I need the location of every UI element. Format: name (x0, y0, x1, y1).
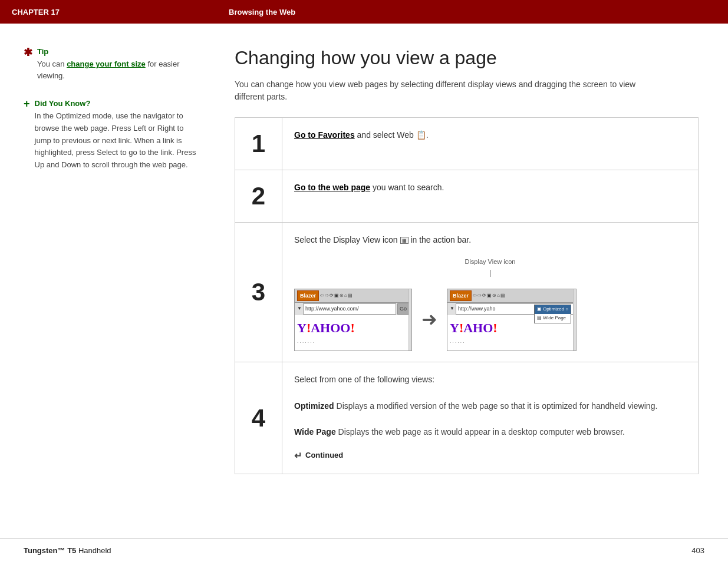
tip-text-before: You can (37, 59, 67, 68)
step-content-4: Select from one of the following views: … (282, 362, 698, 474)
step4-widepage: Wide Page Displays the web page as it wo… (294, 425, 686, 438)
optimized-label: Optimized (294, 401, 334, 411)
step-row-1: 1 Go to Favorites and select Web 📋. (235, 118, 698, 170)
step-content-1: Go to Favorites and select Web 📋. (282, 118, 698, 170)
tip-link[interactable]: change your font size (67, 59, 146, 68)
sidebar: ✱ Tip You can change your font size for … (0, 24, 217, 536)
dyk-label: Did You Know? (35, 99, 199, 108)
yahoo-tagline-right: · · · · · · (450, 339, 464, 347)
browser-screenshots-area: Display View icon Blazer ⇦⇨⟳▣⊙⌂▤ (294, 257, 686, 351)
tip-block: ✱ Tip You can change your font size for … (24, 47, 199, 81)
step-content-3: Select the Display View icon ▦ in the ac… (282, 223, 698, 362)
browser-toolbar-right: Blazer ⇦⇨⟳▣⊙⌂▤ (447, 289, 576, 303)
url-arrow-left: ▼ (297, 305, 302, 313)
step3-text: Select the Display View icon ▦ in the ac… (294, 233, 686, 246)
tip-label: Tip (37, 47, 199, 56)
widepage-label: Wide Page (294, 427, 336, 437)
dyk-content: Did You Know? In the Optimized mode, use… (35, 99, 199, 171)
step4-intro: Select from one of the following views: (294, 373, 686, 386)
widepage-desc: Displays the web page as it would appear… (338, 427, 625, 437)
browser-mockup-left: Blazer ⇦⇨⟳▣⊙⌂▤ ▼ http://www.yahoo.com/ G… (294, 289, 412, 351)
browser-toolbar-left: Blazer ⇦⇨⟳▣⊙⌂▤ (295, 289, 411, 303)
tip-content: Tip You can change your font size for ea… (37, 47, 199, 81)
footer-product-name: Tungsten™ T5 (24, 546, 76, 555)
toolbar-icons-left: ⇦⇨⟳▣⊙⌂▤ (320, 292, 353, 300)
yahoo-tagline-left: · · · · · · · (297, 339, 314, 347)
footer-page-number: 403 (691, 546, 704, 555)
did-you-know-block: + Did You Know? In the Optimized mode, u… (24, 99, 199, 171)
blazer-button-right: Blazer (450, 290, 472, 301)
page-body: ✱ Tip You can change your font size for … (0, 24, 728, 536)
footer-product-rest: Handheld (76, 546, 111, 555)
popup-optimized: ▣ Optimized ○ (535, 305, 571, 314)
step-number-1: 1 (235, 118, 282, 170)
browser-mockup-right: Blazer ⇦⇨⟳▣⊙⌂▤ ▼ http://www.yaho ▣ Optim… (447, 289, 577, 351)
intro-text: You can change how you view web pages by… (235, 78, 647, 103)
step-row-3: 3 Select the Display View icon ▦ in the … (235, 223, 698, 362)
display-view-label: Display View icon (294, 257, 686, 267)
arrow-symbol: ➜ (421, 305, 437, 335)
step2-link[interactable]: Go to the web page (294, 183, 370, 192)
url-bar-left: ▼ http://www.yahoo.com/ Go (295, 303, 411, 315)
yahoo-logo-right: Y!AHO! (450, 318, 498, 338)
scrollbar-left[interactable] (409, 289, 411, 351)
main-content: Changing how you view a page You can cha… (217, 24, 728, 536)
url-arrow-right: ▼ (450, 305, 454, 313)
optimized-desc: Displays a modified version of the web p… (337, 401, 658, 411)
browser-area: Blazer ⇦⇨⟳▣⊙⌂▤ ▼ http://www.yahoo.com/ G… (294, 289, 686, 351)
step-row-4: 4 Select from one of the following views… (235, 362, 698, 474)
step-content-2: Go to the web page you want to search. (282, 170, 698, 222)
tip-text: You can change your font size for easier… (37, 58, 199, 81)
step-number-3: 3 (235, 223, 282, 362)
steps-table: 1 Go to Favorites and select Web 📋. 2 Go… (235, 117, 699, 474)
step-number-4: 4 (235, 362, 282, 474)
blazer-button-left: Blazer (297, 290, 319, 301)
step-row-2: 2 Go to the web page you want to search. (235, 170, 698, 223)
display-view-line (294, 270, 686, 277)
header-title: Browsing the Web (229, 8, 295, 16)
display-view-icon: ▦ (400, 237, 409, 244)
yahoo-area-left: Y!AHOO! · · · · · · · (295, 315, 411, 351)
toolbar-icons-right: ⇦⇨⟳▣⊙⌂▤ (473, 292, 506, 300)
step1-link[interactable]: Go to Favorites (294, 130, 355, 140)
yahoo-logo-left: Y!AHOO! (297, 318, 355, 338)
step4-optimized: Optimized Displays a modified version of… (294, 399, 686, 412)
header-chapter: CHAPTER 17 (12, 8, 229, 16)
continued-arrow-icon: ↵ (294, 448, 302, 464)
dyk-text: In the Optimized mode, use the navigator… (35, 110, 199, 171)
view-popup: ▣ Optimized ○ ▤ Wide Page (534, 305, 571, 323)
continued-text: Continued (305, 449, 343, 462)
scrollbar-right[interactable] (573, 289, 576, 351)
header-bar: CHAPTER 17 Browsing the Web (0, 0, 728, 24)
page-heading: Changing how you view a page (235, 47, 699, 69)
footer: Tungsten™ T5 Handheld 403 (0, 538, 728, 562)
dyk-plus-icon: + (24, 98, 30, 171)
footer-product: Tungsten™ T5 Handheld (24, 546, 111, 555)
tip-star-icon: ✱ (24, 46, 32, 81)
popup-widepage: ▤ Wide Page (535, 314, 571, 323)
url-bar-right: ▼ http://www.yaho ▣ Optimized ○ ▤ Wide P… (447, 303, 576, 315)
step-number-2: 2 (235, 170, 282, 222)
go-button-left[interactable]: Go (397, 303, 409, 314)
continued-line: ↵ Continued (294, 448, 686, 464)
url-text-left: http://www.yahoo.com/ (303, 303, 396, 314)
